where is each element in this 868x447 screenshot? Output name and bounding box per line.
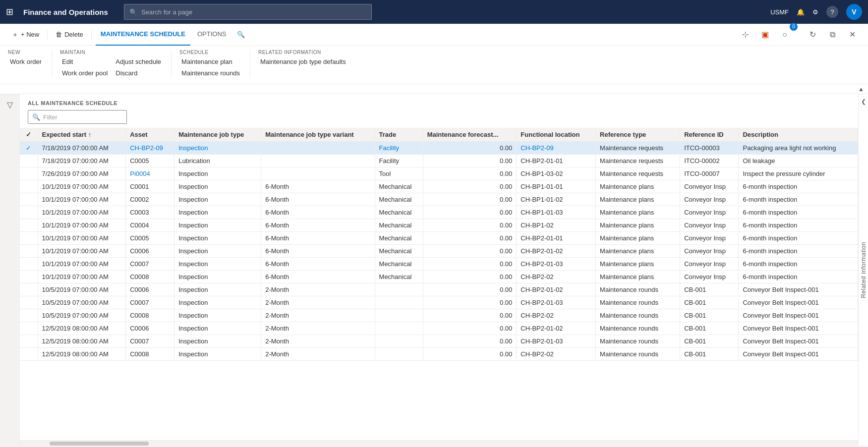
table-row[interactable]: 7/26/2019 07:00:00 AMPi0004InspectionToo… (20, 168, 858, 180)
right-panel[interactable]: ❮ Related information (858, 94, 868, 446)
ribbon-group-new: NEW Work order (8, 50, 52, 78)
col-maintenance-job-type-variant[interactable]: Maintenance job type variant (261, 128, 375, 142)
grid-icon[interactable]: ⊞ (6, 6, 13, 17)
row-trade[interactable]: Facility (375, 142, 423, 155)
table-row[interactable]: ✓7/18/2019 07:00:00 AMCH-BP2-09Inspectio… (20, 142, 858, 155)
trade-link[interactable]: Facility (379, 144, 399, 152)
scrollbar-thumb[interactable] (50, 442, 149, 446)
row-functional-location: CH-BP1-01-02 (517, 193, 596, 206)
row-checkbox[interactable] (20, 348, 38, 361)
ribbon-edit[interactable]: Edit (60, 57, 110, 66)
search-input[interactable] (141, 8, 366, 16)
row-checkbox[interactable] (20, 283, 38, 296)
row-asset[interactable]: CH-BP2-09 (126, 142, 174, 155)
row-checkbox[interactable] (20, 258, 38, 271)
delete-button[interactable]: 🗑 Delete (52, 27, 87, 43)
help-icon[interactable]: ? (826, 6, 838, 18)
company-selector[interactable]: USMF (770, 8, 789, 16)
scrollbar-area[interactable] (20, 440, 858, 446)
row-checkbox[interactable]: ✓ (20, 142, 38, 155)
row-maintenance-job-type[interactable]: Inspection (174, 142, 261, 155)
tab-options[interactable]: OPTIONS (192, 24, 231, 46)
table-row[interactable]: 10/1/2019 07:00:00 AMC0007Inspection6-Mo… (20, 258, 858, 271)
ribbon-work-order[interactable]: Work order (8, 57, 44, 66)
row-checkbox[interactable] (20, 219, 38, 232)
close-icon[interactable]: ✕ (844, 27, 860, 43)
col-reference-type[interactable]: Reference type (596, 128, 680, 142)
table-row[interactable]: 10/1/2019 07:00:00 AMC0006Inspection6-Mo… (20, 245, 858, 258)
table-row[interactable]: 10/1/2019 07:00:00 AMC0005Inspection6-Mo… (20, 232, 858, 245)
collapse-icon[interactable]: ▲ (858, 86, 864, 93)
ribbon-maintenance-plan[interactable]: Maintenance plan (179, 57, 242, 66)
ribbon-discard[interactable]: Discard (114, 68, 163, 78)
table-row[interactable]: 12/5/2019 08:00:00 AMC0006Inspection2-Mo… (20, 322, 858, 335)
ribbon-maintenance-job-type-defaults[interactable]: Maintenance job type defaults (258, 57, 348, 66)
functional-location-link[interactable]: CH-BP2-09 (521, 144, 553, 152)
col-description[interactable]: Description (739, 128, 858, 142)
col-checkbox[interactable]: ✓ (20, 128, 38, 142)
row-expected-start: 12/5/2019 08:00:00 AM (38, 335, 126, 348)
table-row[interactable]: 10/5/2019 07:00:00 AMC0007Inspection2-Mo… (20, 296, 858, 309)
table-row[interactable]: 10/5/2019 07:00:00 AMC0008Inspection2-Mo… (20, 309, 858, 322)
asset-link[interactable]: Pi0004 (130, 170, 150, 177)
ribbon-maintenance-rounds[interactable]: Maintenance rounds (179, 68, 242, 78)
row-checkbox[interactable] (20, 193, 38, 206)
office-icon[interactable]: ▣ (757, 27, 773, 43)
col-maintenance-forecast[interactable]: Maintenance forecast... (423, 128, 517, 142)
search-bar[interactable]: 🔍 (124, 4, 372, 20)
row-functional-location[interactable]: CH-BP2-09 (517, 142, 596, 155)
maintenance-job-type-link[interactable]: Inspection (178, 144, 208, 152)
tab-search-button[interactable]: 🔍 (233, 27, 249, 43)
settings-icon[interactable]: ⚙ (812, 8, 818, 16)
asset-link[interactable]: CH-BP2-09 (130, 144, 163, 152)
filter-icon[interactable]: ▽ (7, 100, 13, 110)
table-row[interactable]: 12/5/2019 08:00:00 AMC0008Inspection2-Mo… (20, 348, 858, 361)
table-row[interactable]: 12/5/2019 08:00:00 AMC0007Inspection2-Mo… (20, 335, 858, 348)
row-asset: C0005 (126, 232, 174, 245)
new-button[interactable]: ＋ + New (8, 27, 43, 43)
new-window-icon[interactable]: ⧉ (824, 27, 840, 43)
row-asset[interactable]: Pi0004 (126, 168, 174, 180)
personalize-icon[interactable]: ⊹ (737, 27, 753, 43)
row-checkbox[interactable] (20, 322, 38, 335)
row-checkbox[interactable] (20, 245, 38, 258)
row-reference-type: Maintenance rounds (596, 309, 680, 322)
filter-input-container[interactable]: 🔍 (28, 110, 127, 124)
table-row[interactable]: 10/1/2019 07:00:00 AMC0003Inspection6-Mo… (20, 206, 858, 219)
bell-icon[interactable]: 🔔 (797, 8, 805, 16)
table-row[interactable]: 10/1/2019 07:00:00 AMC0004Inspection6-Mo… (20, 219, 858, 232)
row-asset: C0007 (126, 335, 174, 348)
collapse-bar[interactable]: ▲ (0, 84, 868, 94)
row-checkbox[interactable] (20, 232, 38, 245)
table-row[interactable]: 10/1/2019 07:00:00 AMC0008Inspection6-Mo… (20, 271, 858, 283)
row-checkbox[interactable] (20, 309, 38, 322)
row-checkbox[interactable] (20, 155, 38, 168)
row-checkbox[interactable] (20, 271, 38, 283)
refresh-icon[interactable]: ↻ (805, 27, 820, 43)
col-reference-id[interactable]: Reference ID (680, 128, 739, 142)
row-checkbox[interactable] (20, 168, 38, 180)
ribbon-work-order-pool[interactable]: Work order pool (60, 68, 110, 78)
col-functional-location[interactable]: Functional location (517, 128, 596, 142)
col-expected-start[interactable]: Expected start ↑ (38, 128, 126, 142)
col-asset[interactable]: Asset (126, 128, 174, 142)
col-trade[interactable]: Trade (375, 128, 423, 142)
filter-input[interactable] (43, 113, 122, 121)
user-avatar[interactable]: V (846, 4, 862, 20)
row-maintenance-job-type: Inspection (174, 348, 261, 361)
table-row[interactable]: 10/5/2019 07:00:00 AMC0006Inspection2-Mo… (20, 283, 858, 296)
row-description: 6-month inspection (739, 206, 858, 219)
ribbon-adjust-schedule[interactable]: Adjust schedule (114, 57, 163, 66)
table-row[interactable]: 10/1/2019 07:00:00 AMC0001Inspection6-Mo… (20, 180, 858, 193)
tab-maintenance-schedule[interactable]: MAINTENANCE SCHEDULE (96, 24, 190, 46)
table-row[interactable]: 7/18/2019 07:00:00 AMC0005LubricationFac… (20, 155, 858, 168)
table-container[interactable]: ✓ Expected start ↑ Asset Maintenance job… (20, 128, 858, 440)
row-checkbox[interactable] (20, 335, 38, 348)
work-order-label: Work order (10, 58, 42, 65)
table-row[interactable]: 10/1/2019 07:00:00 AMC0002Inspection6-Mo… (20, 193, 858, 206)
work-order-pool-label: Work order pool (62, 69, 108, 77)
row-checkbox[interactable] (20, 180, 38, 193)
row-checkbox[interactable] (20, 206, 38, 219)
col-maintenance-job-type[interactable]: Maintenance job type (174, 128, 261, 142)
row-checkbox[interactable] (20, 296, 38, 309)
